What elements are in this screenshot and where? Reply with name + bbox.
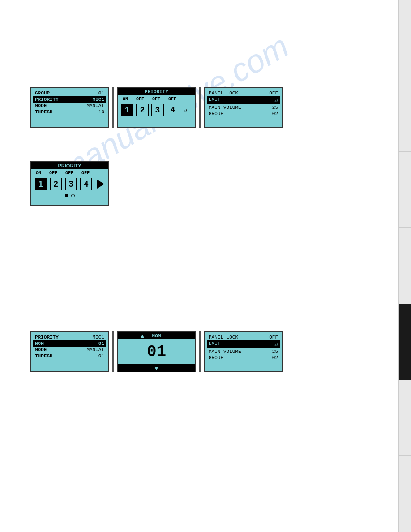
menu-row-group: GROUP 01 xyxy=(33,90,106,96)
bot-mode-label: MODE xyxy=(35,347,47,352)
bot-nom-label: NOM xyxy=(35,341,44,346)
group2-value: 02 xyxy=(272,111,278,116)
right-row-group: GROUP 02 xyxy=(207,111,280,117)
thresh-value: 10 xyxy=(98,109,104,115)
mid-num-4: 4 xyxy=(80,178,92,190)
top-left-menu: GROUP 01 PRIORITY MIC1 MODE MANUAL THRES… xyxy=(30,87,109,128)
mainvol-value: 25 xyxy=(272,105,278,110)
mid-label-on: ON xyxy=(36,171,41,176)
bot-row-thresh: THRESH 01 xyxy=(33,353,106,359)
top-center-priority: PRIORITY ON OFF OFF OFF 1 2 3 4 ↵ xyxy=(117,87,196,128)
menu-row-priority: PRIORITY MIC1 xyxy=(33,96,106,103)
nom-title: ▲ NOM xyxy=(118,332,195,339)
left-center-divider xyxy=(112,87,114,128)
exit-label: EXIT xyxy=(209,97,220,104)
nom-down-arrow: ▼ xyxy=(118,364,195,372)
mid-label-off3: OFF xyxy=(81,171,90,176)
mid-num-1: 1 xyxy=(35,178,47,190)
right-row-panellock: PANEL LOCK OFF xyxy=(207,90,280,96)
priority-num-3: 3 xyxy=(151,104,164,116)
label-off2: OFF xyxy=(152,97,160,102)
bot-right-group: GROUP 02 xyxy=(207,355,280,361)
bot-right-mainvol: MAIN VOLUME 25 xyxy=(207,348,280,355)
bot-row-nom: NOM 01 xyxy=(33,340,106,347)
bot-exit-value: ↵ xyxy=(274,341,278,348)
bot-thresh-label: THRESH xyxy=(35,353,53,359)
group-value: 01 xyxy=(98,90,104,96)
tab-1[interactable] xyxy=(398,0,411,76)
bot-row-priority: PRIORITY MIC1 xyxy=(33,334,106,340)
bottom-center-nom: ▲ NOM 01 ▼ xyxy=(117,331,196,372)
bot-center-right-divider xyxy=(199,331,201,372)
bot-panellock-value: OFF xyxy=(269,335,278,340)
bottom-left-menu: PRIORITY MIC1 NOM 01 MODE MANUAL THRESH … xyxy=(30,331,109,372)
label-off3: OFF xyxy=(168,97,176,102)
center-right-divider-top xyxy=(199,87,201,128)
priority-label: PRIORITY xyxy=(35,97,59,102)
bot-right-exit: EXIT ↵ xyxy=(207,340,280,348)
thresh-label: THRESH xyxy=(35,109,53,115)
bot-panellock-label: PANEL LOCK xyxy=(209,335,238,340)
top-panel-group: GROUP 01 PRIORITY MIC1 MODE MANUAL THRES… xyxy=(30,87,283,128)
mid-num-3: 3 xyxy=(65,178,77,190)
menu-row-thresh: THRESH 10 xyxy=(33,109,106,115)
mid-num-2: 2 xyxy=(50,178,62,190)
mid-label-off1: OFF xyxy=(49,171,57,176)
middle-priority-screen: PRIORITY ON OFF OFF OFF 1 2 3 4 xyxy=(30,161,109,206)
priority-value: MIC1 xyxy=(93,97,104,102)
tab-5-active[interactable] xyxy=(398,304,411,380)
middle-priority-labels: ON OFF OFF OFF xyxy=(31,169,108,177)
bot-thresh-value: 01 xyxy=(98,353,104,359)
bottom-right-menu: PANEL LOCK OFF EXIT ↵ MAIN VOLUME 25 GRO… xyxy=(204,331,283,372)
group-label: GROUP xyxy=(35,90,50,96)
nom-display-value: 01 xyxy=(118,339,195,364)
nom-up-arrow: ▲ xyxy=(141,333,144,340)
bot-priority-label: PRIORITY xyxy=(35,335,59,340)
tab-2[interactable] xyxy=(398,76,411,152)
exit-value: ↵ xyxy=(274,97,278,104)
mode-label: MODE xyxy=(35,103,47,108)
tab-6[interactable] xyxy=(398,380,411,456)
bot-mainvol-value: 25 xyxy=(272,349,278,354)
top-right-menu: PANEL LOCK OFF EXIT ↵ MAIN VOLUME 25 GRO… xyxy=(204,87,283,128)
bot-left-center-divider xyxy=(112,331,114,372)
bot-row-mode: MODE MANUAL xyxy=(33,347,106,353)
middle-priority-title: PRIORITY xyxy=(31,162,108,169)
middle-priority-numbers: 1 2 3 4 xyxy=(31,177,108,191)
page-dots xyxy=(31,192,108,199)
mid-label-off2: OFF xyxy=(65,171,73,176)
label-on: ON xyxy=(123,97,128,102)
bot-nom-value: 01 xyxy=(98,341,104,346)
priority-num-2: 2 xyxy=(136,104,149,116)
panellock-value: OFF xyxy=(269,90,278,96)
priority-labels-row: ON OFF OFF OFF xyxy=(118,95,195,103)
dot-2 xyxy=(71,194,75,197)
tab-7[interactable] xyxy=(398,456,411,532)
bot-mode-value: MANUAL xyxy=(86,347,104,352)
nom-title-text: NOM xyxy=(152,333,161,339)
priority-numbers-row: 1 2 3 4 ↵ xyxy=(118,103,195,117)
right-row-mainvol: MAIN VOLUME 25 xyxy=(207,104,280,111)
bot-group-value: 02 xyxy=(272,355,278,360)
tab-4[interactable] xyxy=(398,228,411,304)
menu-row-mode: MODE MANUAL xyxy=(33,103,106,109)
tab-3[interactable] xyxy=(398,152,411,228)
right-row-exit: EXIT ↵ xyxy=(207,96,280,104)
right-tabs xyxy=(398,0,411,532)
bot-group-label: GROUP xyxy=(209,355,223,360)
panellock-label: PANEL LOCK xyxy=(209,90,238,96)
bot-priority-value: MIC1 xyxy=(93,335,104,340)
label-off1: OFF xyxy=(136,97,144,102)
priority-num-1: 1 xyxy=(121,104,133,116)
middle-panel-group: PRIORITY ON OFF OFF OFF 1 2 3 4 xyxy=(30,161,109,206)
mainvol-label: MAIN VOLUME xyxy=(209,105,241,110)
group2-label: GROUP xyxy=(209,111,223,116)
bot-mainvol-label: MAIN VOLUME xyxy=(209,349,241,354)
bottom-panel-group: PRIORITY MIC1 NOM 01 MODE MANUAL THRESH … xyxy=(30,331,283,372)
dot-1 xyxy=(65,194,68,197)
bot-right-panellock: PANEL LOCK OFF xyxy=(207,334,280,340)
bot-exit-label: EXIT xyxy=(209,341,220,348)
mode-value: MANUAL xyxy=(86,103,104,108)
enter-symbol-top: ↵ xyxy=(184,107,187,114)
play-arrow-icon xyxy=(97,180,104,189)
